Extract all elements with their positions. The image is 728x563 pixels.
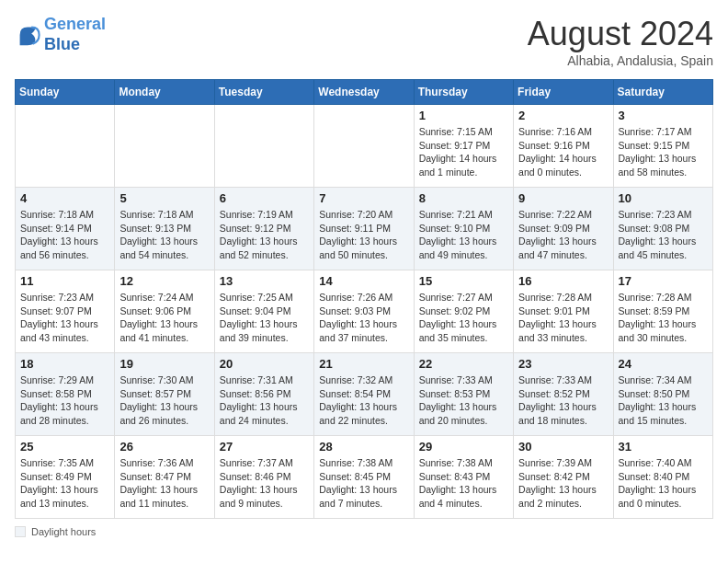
footer-text: Daylight hours: [31, 526, 96, 537]
calendar-table: SundayMondayTuesdayWednesdayThursdayFrid…: [15, 79, 713, 519]
day-number: 29: [419, 440, 508, 454]
calendar-cell: 8Sunrise: 7:21 AM Sunset: 9:10 PM Daylig…: [414, 188, 513, 270]
day-number: 20: [220, 357, 309, 371]
calendar-cell: 11Sunrise: 7:23 AM Sunset: 9:07 PM Dayli…: [16, 270, 115, 353]
day-info: Sunrise: 7:38 AM Sunset: 8:45 PM Dayligh…: [319, 456, 408, 511]
calendar-cell: 16Sunrise: 7:28 AM Sunset: 9:01 PM Dayli…: [514, 270, 613, 353]
day-number: 6: [220, 191, 309, 205]
calendar-cell: 2Sunrise: 7:16 AM Sunset: 9:16 PM Daylig…: [514, 105, 613, 188]
calendar-cell: 25Sunrise: 7:35 AM Sunset: 8:49 PM Dayli…: [16, 436, 115, 519]
day-info: Sunrise: 7:30 AM Sunset: 8:57 PM Dayligh…: [119, 373, 209, 428]
day-info: Sunrise: 7:23 AM Sunset: 9:07 PM Dayligh…: [20, 291, 109, 345]
day-number: 19: [119, 357, 209, 371]
calendar-cell: 30Sunrise: 7:39 AM Sunset: 8:42 PM Dayli…: [514, 436, 613, 519]
day-info: Sunrise: 7:23 AM Sunset: 9:08 PM Dayligh…: [619, 208, 708, 262]
day-info: Sunrise: 7:33 AM Sunset: 8:53 PM Dayligh…: [419, 373, 508, 428]
calendar-cell: 12Sunrise: 7:24 AM Sunset: 9:06 PM Dayli…: [115, 270, 214, 353]
day-info: Sunrise: 7:22 AM Sunset: 9:09 PM Dayligh…: [518, 208, 608, 262]
day-number: 17: [619, 274, 708, 288]
day-number: 26: [119, 440, 209, 454]
calendar-cell: 15Sunrise: 7:27 AM Sunset: 9:02 PM Dayli…: [414, 270, 513, 353]
day-info: Sunrise: 7:28 AM Sunset: 9:01 PM Dayligh…: [518, 291, 608, 345]
calendar-week-row: 18Sunrise: 7:29 AM Sunset: 8:58 PM Dayli…: [16, 353, 713, 436]
location: Alhabia, Andalusia, Spain: [528, 53, 713, 68]
logo-icon: [15, 22, 40, 48]
calendar-week-row: 4Sunrise: 7:18 AM Sunset: 9:14 PM Daylig…: [16, 188, 713, 270]
title-block: August 2024 Alhabia, Andalusia, Spain: [528, 15, 713, 68]
day-number: 21: [319, 357, 408, 371]
day-number: 31: [619, 440, 708, 454]
day-info: Sunrise: 7:33 AM Sunset: 8:52 PM Dayligh…: [518, 373, 608, 428]
day-info: Sunrise: 7:40 AM Sunset: 8:40 PM Dayligh…: [619, 456, 708, 511]
day-number: 4: [20, 191, 109, 205]
calendar-cell: 3Sunrise: 7:17 AM Sunset: 9:15 PM Daylig…: [613, 105, 712, 188]
day-info: Sunrise: 7:29 AM Sunset: 8:58 PM Dayligh…: [20, 373, 109, 428]
day-info: Sunrise: 7:34 AM Sunset: 8:50 PM Dayligh…: [619, 373, 708, 428]
logo: General Blue: [15, 15, 106, 54]
calendar-day-header: Sunday: [16, 80, 115, 105]
day-info: Sunrise: 7:27 AM Sunset: 9:02 PM Dayligh…: [419, 291, 508, 345]
day-number: 18: [20, 357, 109, 371]
calendar-cell: 28Sunrise: 7:38 AM Sunset: 8:45 PM Dayli…: [314, 436, 414, 519]
day-info: Sunrise: 7:28 AM Sunset: 8:59 PM Dayligh…: [619, 291, 708, 345]
day-number: 5: [119, 191, 209, 205]
day-info: Sunrise: 7:36 AM Sunset: 8:47 PM Dayligh…: [119, 456, 209, 511]
day-info: Sunrise: 7:35 AM Sunset: 8:49 PM Dayligh…: [20, 456, 109, 511]
day-info: Sunrise: 7:18 AM Sunset: 9:13 PM Dayligh…: [119, 208, 209, 262]
calendar-cell: 19Sunrise: 7:30 AM Sunset: 8:57 PM Dayli…: [115, 353, 214, 436]
day-number: 15: [419, 274, 508, 288]
day-number: 2: [518, 109, 608, 122]
calendar-cell: 26Sunrise: 7:36 AM Sunset: 8:47 PM Dayli…: [115, 436, 214, 519]
day-number: 25: [20, 440, 109, 454]
day-info: Sunrise: 7:26 AM Sunset: 9:03 PM Dayligh…: [319, 291, 408, 345]
calendar-cell: 7Sunrise: 7:20 AM Sunset: 9:11 PM Daylig…: [314, 188, 414, 270]
day-number: 1: [419, 109, 508, 122]
day-number: 28: [319, 440, 408, 454]
calendar-cell: [115, 105, 214, 188]
day-number: 10: [619, 191, 708, 205]
day-number: 9: [518, 191, 608, 205]
calendar-cell: 21Sunrise: 7:32 AM Sunset: 8:54 PM Dayli…: [314, 353, 414, 436]
logo-line2: Blue: [44, 35, 80, 53]
day-info: Sunrise: 7:17 AM Sunset: 9:15 PM Dayligh…: [619, 125, 708, 179]
calendar-week-row: 11Sunrise: 7:23 AM Sunset: 9:07 PM Dayli…: [16, 270, 713, 353]
calendar-cell: [214, 105, 313, 188]
footer-note: Daylight hours: [15, 526, 713, 537]
calendar-day-header: Wednesday: [314, 80, 414, 105]
day-info: Sunrise: 7:31 AM Sunset: 8:56 PM Dayligh…: [220, 373, 309, 428]
day-info: Sunrise: 7:38 AM Sunset: 8:43 PM Dayligh…: [419, 456, 508, 511]
day-info: Sunrise: 7:19 AM Sunset: 9:12 PM Dayligh…: [220, 208, 309, 262]
calendar-day-header: Thursday: [414, 80, 513, 105]
calendar-week-row: 25Sunrise: 7:35 AM Sunset: 8:49 PM Dayli…: [16, 436, 713, 519]
day-info: Sunrise: 7:15 AM Sunset: 9:17 PM Dayligh…: [419, 125, 508, 179]
day-info: Sunrise: 7:32 AM Sunset: 8:54 PM Dayligh…: [319, 373, 408, 428]
calendar-cell: 1Sunrise: 7:15 AM Sunset: 9:17 PM Daylig…: [414, 105, 513, 188]
day-number: 16: [518, 274, 608, 288]
calendar-cell: 17Sunrise: 7:28 AM Sunset: 8:59 PM Dayli…: [613, 270, 712, 353]
calendar-cell: 14Sunrise: 7:26 AM Sunset: 9:03 PM Dayli…: [314, 270, 414, 353]
day-info: Sunrise: 7:39 AM Sunset: 8:42 PM Dayligh…: [518, 456, 608, 511]
calendar-cell: 6Sunrise: 7:19 AM Sunset: 9:12 PM Daylig…: [214, 188, 313, 270]
calendar-cell: 27Sunrise: 7:37 AM Sunset: 8:46 PM Dayli…: [214, 436, 313, 519]
calendar-cell: 9Sunrise: 7:22 AM Sunset: 9:09 PM Daylig…: [514, 188, 613, 270]
day-number: 27: [220, 440, 309, 454]
day-info: Sunrise: 7:24 AM Sunset: 9:06 PM Dayligh…: [119, 291, 209, 345]
calendar-cell: 20Sunrise: 7:31 AM Sunset: 8:56 PM Dayli…: [214, 353, 313, 436]
calendar-day-header: Saturday: [613, 80, 712, 105]
day-number: 7: [319, 191, 408, 205]
calendar-day-header: Friday: [514, 80, 613, 105]
calendar-cell: 18Sunrise: 7:29 AM Sunset: 8:58 PM Dayli…: [16, 353, 115, 436]
day-number: 3: [619, 109, 708, 122]
day-number: 24: [619, 357, 708, 371]
day-info: Sunrise: 7:25 AM Sunset: 9:04 PM Dayligh…: [220, 291, 309, 345]
calendar-cell: 13Sunrise: 7:25 AM Sunset: 9:04 PM Dayli…: [214, 270, 313, 353]
day-info: Sunrise: 7:37 AM Sunset: 8:46 PM Dayligh…: [220, 456, 309, 511]
day-info: Sunrise: 7:21 AM Sunset: 9:10 PM Dayligh…: [419, 208, 508, 262]
calendar-cell: 10Sunrise: 7:23 AM Sunset: 9:08 PM Dayli…: [613, 188, 712, 270]
day-number: 14: [319, 274, 408, 288]
calendar-header-row: SundayMondayTuesdayWednesdayThursdayFrid…: [16, 80, 713, 105]
calendar-cell: 29Sunrise: 7:38 AM Sunset: 8:43 PM Dayli…: [414, 436, 513, 519]
day-info: Sunrise: 7:20 AM Sunset: 9:11 PM Dayligh…: [319, 208, 408, 262]
day-number: 8: [419, 191, 508, 205]
calendar-week-row: 1Sunrise: 7:15 AM Sunset: 9:17 PM Daylig…: [16, 105, 713, 188]
